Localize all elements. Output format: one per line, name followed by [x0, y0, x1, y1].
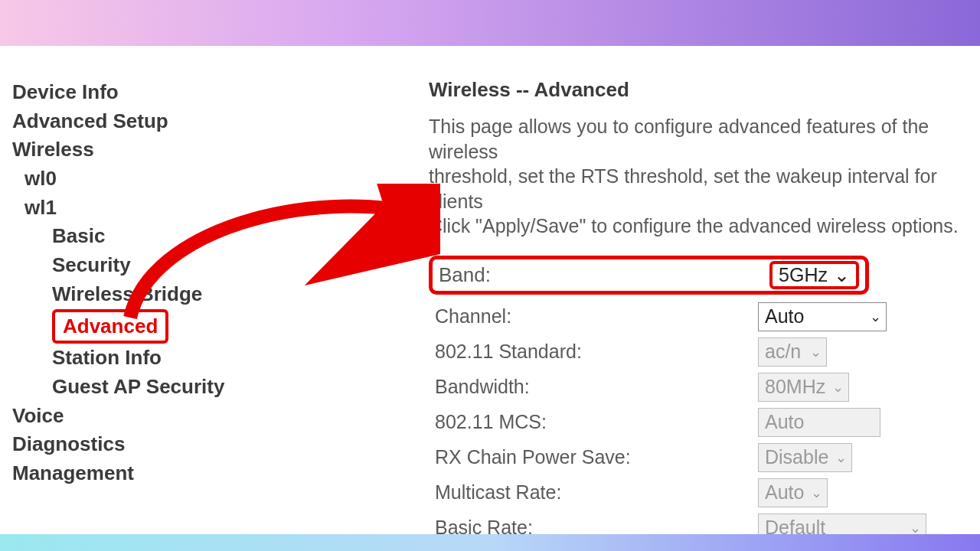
- nav-station-info[interactable]: Station Info: [52, 344, 279, 373]
- chevron-down-icon: ⌄: [810, 344, 822, 360]
- nav-security[interactable]: Security: [52, 251, 279, 280]
- select-standard[interactable]: ac/n ⌄: [758, 337, 827, 367]
- row-rxchain: RX Chain Power Save: Disable ⌄: [429, 440, 980, 475]
- chevron-down-icon: ⌄: [832, 379, 844, 396]
- row-multicast: Multicast Rate: Auto ⌄: [429, 475, 980, 510]
- row-mcs: 802.11 MCS: Auto: [429, 405, 980, 440]
- nav-wl0[interactable]: wl0: [24, 165, 279, 194]
- select-rxchain-value: Disable: [765, 446, 828, 468]
- nav-advanced[interactable]: Advanced: [52, 309, 279, 344]
- select-channel-value: Auto: [765, 305, 804, 328]
- nav-management[interactable]: Management: [12, 459, 279, 488]
- select-mcs-value: Auto: [765, 411, 804, 433]
- nav-advanced-setup[interactable]: Advanced Setup: [12, 107, 279, 136]
- row-band-highlight: Band: 5GHz ⌄: [429, 256, 869, 295]
- nav-guest-ap-security[interactable]: Guest AP Security: [52, 373, 279, 402]
- label-standard: 802.11 Standard:: [429, 341, 758, 363]
- nav-basic[interactable]: Basic: [52, 222, 279, 251]
- select-rxchain[interactable]: Disable ⌄: [758, 443, 852, 472]
- nav-diagnostics[interactable]: Diagnostics: [12, 430, 279, 459]
- select-bandwidth[interactable]: 80MHz ⌄: [758, 373, 849, 402]
- label-band: Band:: [439, 263, 769, 287]
- chevron-down-icon: ⌄: [834, 264, 850, 286]
- nav-voice[interactable]: Voice: [12, 402, 279, 431]
- select-bandwidth-value: 80MHz: [765, 376, 825, 398]
- nav-wireless-bridge[interactable]: Wireless Bridge: [52, 280, 279, 309]
- select-band-value: 5GHz: [779, 264, 828, 286]
- nav-wireless[interactable]: Wireless: [12, 135, 279, 165]
- select-multicast-value: Auto: [765, 481, 804, 504]
- select-multicast[interactable]: Auto ⌄: [758, 478, 828, 507]
- label-mcs: 802.11 MCS:: [429, 411, 758, 433]
- label-bandwidth: Bandwidth:: [429, 376, 758, 398]
- select-channel[interactable]: Auto ⌄: [758, 302, 887, 331]
- sidebar: Device Info Advanced Setup Wireless wl0 …: [0, 46, 279, 534]
- chevron-down-icon: ⌄: [870, 308, 881, 325]
- page-description: This page allows you to configure advanc…: [429, 114, 980, 239]
- decorative-bottom-gradient: [0, 534, 980, 551]
- nav-device-info[interactable]: Device Info: [12, 78, 279, 107]
- select-band[interactable]: 5GHz ⌄: [773, 264, 856, 286]
- main-panel: Wireless -- Advanced This page allows yo…: [279, 46, 980, 534]
- nav-wl1[interactable]: wl1: [24, 194, 279, 223]
- label-channel: Channel:: [429, 305, 758, 328]
- nav-advanced-highlight: Advanced: [52, 309, 168, 344]
- label-multicast: Multicast Rate:: [429, 481, 758, 504]
- row-standard: 802.11 Standard: ac/n ⌄: [429, 334, 980, 370]
- label-rxchain: RX Chain Power Save:: [429, 446, 758, 468]
- page-title: Wireless -- Advanced: [429, 78, 980, 102]
- row-channel: Channel: Auto ⌄: [429, 299, 980, 334]
- select-mcs[interactable]: Auto: [758, 408, 880, 437]
- select-band-highlight-box: 5GHz ⌄: [769, 261, 859, 289]
- decorative-top-gradient: [0, 0, 980, 46]
- chevron-down-icon: ⌄: [835, 449, 847, 466]
- row-bandwidth: Bandwidth: 80MHz ⌄: [429, 370, 980, 405]
- select-standard-value: ac/n: [765, 341, 801, 363]
- chevron-down-icon: ⌄: [811, 484, 822, 501]
